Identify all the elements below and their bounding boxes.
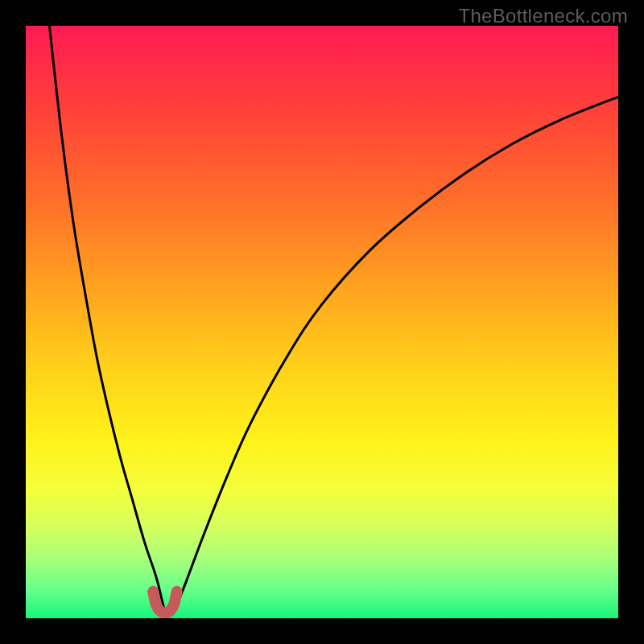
watermark-text: TheBottleneck.com [458, 5, 628, 27]
curve-layer [26, 26, 618, 618]
plot-area [26, 26, 618, 618]
chart-frame: TheBottleneck.com [0, 0, 644, 644]
bottom-marker [153, 592, 176, 613]
right-curve [174, 97, 618, 612]
left-curve [49, 26, 165, 613]
